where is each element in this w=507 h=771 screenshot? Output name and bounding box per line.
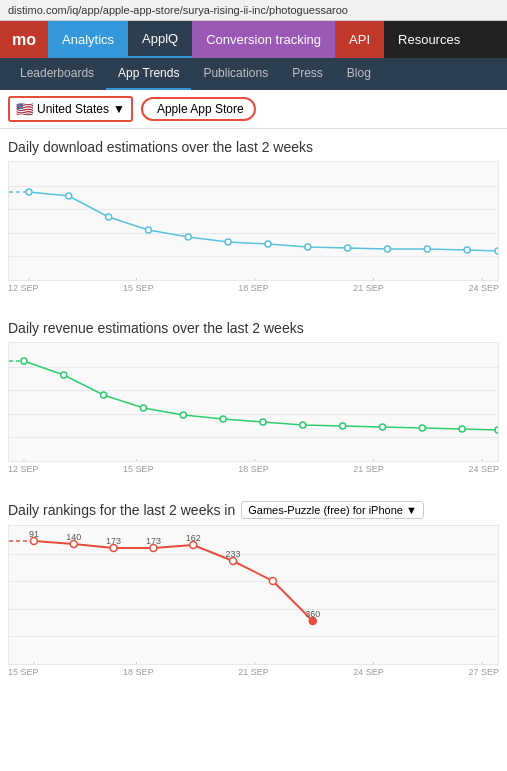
flag-icon: 🇺🇸 <box>16 101 33 117</box>
country-selector[interactable]: 🇺🇸 United States ▼ <box>8 96 133 122</box>
svg-point-10 <box>384 246 390 252</box>
downloads-title: Daily download estimations over the last… <box>8 139 499 155</box>
store-selector[interactable]: Apple App Store <box>141 97 256 121</box>
svg-point-25 <box>220 416 226 422</box>
subnav-apptrends[interactable]: App Trends <box>106 58 191 90</box>
svg-point-22 <box>101 392 107 398</box>
url-bar: distimo.com/iq/app/apple-app-store/surya… <box>0 0 507 21</box>
svg-text:140: 140 <box>66 532 81 542</box>
svg-point-24 <box>180 412 186 418</box>
svg-point-28 <box>340 423 346 429</box>
rankings-header: Daily rankings for the last 2 weeks in G… <box>8 501 499 519</box>
revenue-chart-bg <box>8 342 499 462</box>
svg-point-12 <box>464 247 470 253</box>
nav-appiq[interactable]: ApplQ <box>128 21 192 58</box>
revenue-chart-svg <box>9 343 498 462</box>
revenue-chart: 12 SEP 15 SEP 18 SEP 21 SEP 24 SEP <box>8 342 499 487</box>
svg-point-1 <box>26 189 32 195</box>
nav-api[interactable]: API <box>335 21 384 58</box>
svg-point-5 <box>185 234 191 240</box>
rankings-chart-bg: 91 140 173 173 162 233 360 <box>8 525 499 665</box>
svg-text:91: 91 <box>29 529 39 539</box>
svg-point-23 <box>140 405 146 411</box>
subnav-blog[interactable]: Blog <box>335 58 383 90</box>
sub-nav: Leaderboards App Trends Publications Pre… <box>0 58 507 90</box>
svg-point-7 <box>265 241 271 247</box>
subnav-leaderboards[interactable]: Leaderboards <box>8 58 106 90</box>
svg-text:162: 162 <box>186 533 201 543</box>
svg-text:173: 173 <box>106 536 121 546</box>
subnav-publications[interactable]: Publications <box>191 58 280 90</box>
svg-text:360: 360 <box>305 609 320 619</box>
rankings-x-labels: 15 SEP 18 SEP 21 SEP 24 SEP 27 SEP <box>8 665 499 679</box>
rankings-chart-svg: 91 140 173 173 162 233 360 <box>9 526 498 665</box>
subnav-press[interactable]: Press <box>280 58 335 90</box>
downloads-section: Daily download estimations over the last… <box>8 139 499 306</box>
rankings-dropdown[interactable]: Games-Puzzle (free) for iPhone ▼ <box>241 501 424 519</box>
selector-bar: 🇺🇸 United States ▼ Apple App Store <box>0 90 507 129</box>
rankings-chart: 91 140 173 173 162 233 360 15 SEP 1 <box>8 525 499 690</box>
rankings-title: Daily rankings for the last 2 weeks in <box>8 502 235 518</box>
svg-point-8 <box>305 244 311 250</box>
svg-point-45 <box>269 578 276 585</box>
svg-point-13 <box>495 248 498 254</box>
country-label: United States <box>37 102 109 116</box>
store-label: Apple App Store <box>157 102 244 116</box>
nav-analytics[interactable]: Analytics <box>48 21 128 58</box>
nav-conversion[interactable]: Conversion tracking <box>192 21 335 58</box>
svg-point-27 <box>300 422 306 428</box>
main-nav: mo Analytics ApplQ Conversion tracking A… <box>0 21 507 58</box>
revenue-title: Daily revenue estimations over the last … <box>8 320 499 336</box>
nav-resources[interactable]: Resources <box>384 21 474 58</box>
svg-point-6 <box>225 239 231 245</box>
revenue-section: Daily revenue estimations over the last … <box>8 320 499 487</box>
svg-point-3 <box>106 214 112 220</box>
rankings-section: Daily rankings for the last 2 weeks in G… <box>8 501 499 690</box>
logo: mo <box>0 21 48 58</box>
svg-text:173: 173 <box>146 536 161 546</box>
svg-point-2 <box>66 193 72 199</box>
svg-text:233: 233 <box>226 549 241 559</box>
svg-point-31 <box>459 426 465 432</box>
downloads-chart-svg <box>9 162 498 281</box>
downloads-chart-bg <box>8 161 499 281</box>
downloads-chart: 12 SEP 15 SEP 18 SEP 21 SEP 24 SEP <box>8 161 499 306</box>
svg-point-11 <box>424 246 430 252</box>
svg-point-26 <box>260 419 266 425</box>
downloads-x-labels: 12 SEP 15 SEP 18 SEP 21 SEP 24 SEP <box>8 281 499 295</box>
svg-point-21 <box>61 372 67 378</box>
main-content: Daily download estimations over the last… <box>0 129 507 714</box>
svg-point-29 <box>379 424 385 430</box>
revenue-x-labels: 12 SEP 15 SEP 18 SEP 21 SEP 24 SEP <box>8 462 499 476</box>
svg-point-9 <box>345 245 351 251</box>
dropdown-arrow-icon: ▼ <box>113 102 125 116</box>
rankings-dropdown-label: Games-Puzzle (free) for iPhone ▼ <box>248 504 417 516</box>
svg-point-20 <box>21 358 27 364</box>
svg-point-32 <box>495 427 498 433</box>
svg-point-30 <box>419 425 425 431</box>
svg-point-4 <box>145 227 151 233</box>
